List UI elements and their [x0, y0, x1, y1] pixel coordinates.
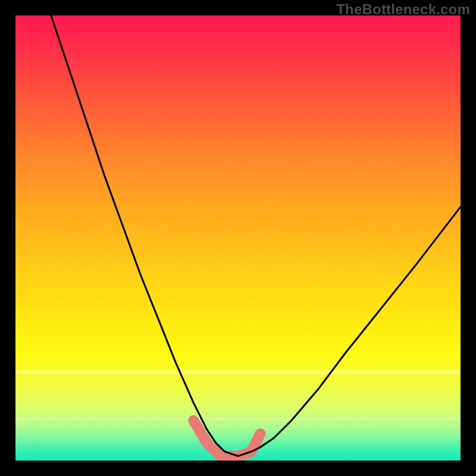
min-marker-path — [193, 421, 260, 456]
plot-area — [15, 15, 461, 461]
watermark-text: TheBottleneck.com — [336, 1, 470, 18]
chart-frame: TheBottleneck.com — [0, 0, 476, 476]
chart-svg — [15, 15, 461, 461]
bottleneck-curve-path — [51, 15, 461, 456]
